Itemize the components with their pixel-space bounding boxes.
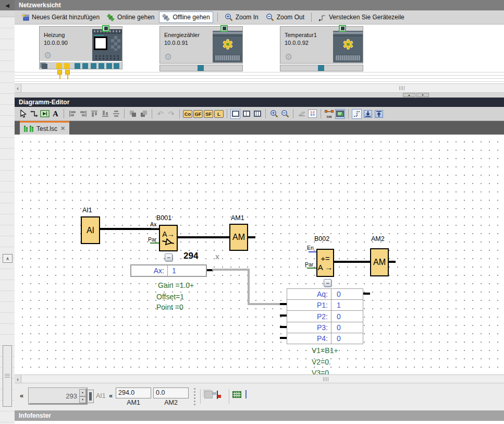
collapse-chevrons-icon[interactable]: « [109,392,113,399]
row-value[interactable]: 0 [331,311,363,321]
pane-splitter[interactable]: ▲ ▼ [15,93,504,98]
device-card-heizung[interactable]: Heizung 10.0.0.90 ⚙ [39,26,122,69]
page-up-icon[interactable] [374,109,384,119]
align-right-icon[interactable] [78,109,88,119]
zoom-in-icon[interactable] [269,109,279,119]
connection-slot[interactable] [106,63,112,69]
spin-up-button[interactable]: ▲ [79,389,86,396]
splitter-expand-up-button[interactable]: ▲ [403,93,415,97]
info-window-titlebar[interactable]: Infofenster [15,410,504,421]
wire-b001-am1[interactable] [178,236,229,238]
add-device-button[interactable]: Neues Gerät hinzufügen [19,11,102,23]
block-b001[interactable]: A→ [159,225,178,251]
text-tool-icon[interactable]: A [51,109,60,119]
diagram-canvas[interactable]: AI1 AI B001 Ax Par A→ AM1 AM − 294 x Ax:… [15,135,504,374]
special-functions-button[interactable]: SF [204,110,213,118]
block-ai1[interactable]: AI [81,216,100,244]
collapse-parameter-button[interactable]: − [165,253,173,261]
zoom-out-icon[interactable] [280,109,290,119]
splitter-expand-down-button[interactable]: ▼ [416,93,429,97]
settings-gear-icon[interactable]: ⚙ [164,53,172,62]
table-row[interactable]: P2: 0 [287,311,363,322]
connection-slot-used[interactable] [64,63,70,69]
row-value[interactable]: 0 [331,289,363,299]
parameter-value[interactable]: 1 [168,265,206,276]
page-down-icon[interactable] [363,109,373,119]
sidebar-scroll-up-button[interactable]: ∧ [3,254,13,263]
table-row[interactable]: P3: 0 [287,322,363,333]
connection-slot-used[interactable] [56,63,62,69]
go-offline-button[interactable]: Offline gehen [159,11,213,23]
connection-slot[interactable] [82,63,88,69]
renumber-blocks-icon[interactable]: 1:2 3:4 [308,109,317,119]
align-bottom-icon[interactable] [100,109,110,119]
hide-device-row-button[interactable]: Verstecken Sie Gerätezeile [316,11,407,23]
connector-tool-icon[interactable] [29,109,39,119]
row-value[interactable]: 0 [331,333,363,344]
split-two-windows-icon[interactable] [241,109,251,119]
connection-slot[interactable] [318,65,324,71]
align-left-icon[interactable] [67,109,77,119]
scrollbar-grip[interactable] [323,377,329,381]
probe-slider-icon[interactable] [87,390,94,403]
select-tool-icon[interactable] [18,109,28,119]
go-online-button[interactable]: Online gehen [104,11,157,23]
block-am1[interactable]: AM [229,224,248,251]
split-three-windows-icon[interactable] [252,109,262,119]
distribute-icon[interactable] [111,109,121,119]
collapse-chevrons-icon[interactable]: « [20,392,23,399]
stop-online-test-icon[interactable] [217,391,218,399]
zoom-in-button[interactable]: Zoom In [222,11,261,23]
settings-gear-icon[interactable]: ⚙ [44,51,52,60]
simulation-icon[interactable]: SIM [324,109,334,119]
basic-functions-button[interactable]: GF [193,110,203,118]
undo-icon[interactable]: ↶ [155,109,165,119]
group-icon[interactable] [128,109,138,119]
connection-slot[interactable] [91,63,96,69]
table-view-icon[interactable] [245,390,247,398]
connection-slot[interactable] [114,63,119,69]
scrollbar-grip[interactable] [399,86,405,90]
row-value[interactable]: 1 [331,300,363,310]
grid-view-icon[interactable] [232,391,241,398]
split-connection-tool-icon[interactable] [40,109,50,119]
device-card-temperatur1[interactable]: Temperatur1 10.0.0.92 ⚙ [280,26,363,64]
parameter-box-ax[interactable]: Ax: 1 [130,264,207,277]
scroll-left-button[interactable]: ‹ [15,84,21,92]
tab-close-icon[interactable]: ✕ [60,125,65,132]
spinner-value[interactable]: 293 [30,389,79,403]
table-row[interactable]: Aq: 0 [287,289,363,300]
table-row[interactable]: P1: 1 [287,300,363,311]
connection-slot[interactable] [75,63,80,69]
wire-b002-am2[interactable] [334,261,370,263]
device-card-energiezaehler[interactable]: Energiezähler 10.0.0.91 ⚙ [159,26,243,64]
redo-icon[interactable]: ↷ [166,109,176,119]
scroll-left-button[interactable]: ‹ [15,375,21,383]
parameter-table-b002[interactable]: Aq: 0 P1: 1 P2: 0 P3: 0 P4: 0 [287,288,363,344]
settings-gear-icon[interactable]: ⚙ [285,53,292,62]
online-test-icon[interactable] [335,109,345,119]
network-horizontal-scrollbar[interactable]: ‹ [15,83,504,93]
show-reference-lines-icon[interactable] [352,109,362,119]
labels-button[interactable]: L [214,110,224,118]
block-b002[interactable]: += A → [316,249,334,277]
drag-handle[interactable] [194,388,196,405]
zoom-out-button[interactable]: Zoom Out [263,11,307,23]
table-row[interactable]: P4: 0 [287,333,363,344]
tab-test-lsc[interactable]: Test.lsc ✕ [20,121,69,135]
sidebar-collapse-button[interactable]: ◀ [0,0,15,10]
canvas-horizontal-scrollbar[interactable]: ‹ [15,374,504,383]
block-number-spinner[interactable]: 293 ▲ ▼ [29,388,87,404]
ungroup-icon[interactable] [139,109,149,119]
single-window-icon[interactable] [230,109,240,119]
probe-value-box[interactable]: 294.0 [116,387,151,398]
connection-slot[interactable] [198,65,204,71]
eraser-icon[interactable] [297,109,306,119]
spin-down-button[interactable]: ▼ [79,396,86,404]
probe-close-icon[interactable]: x [215,252,219,261]
connection-slot[interactable] [99,63,104,69]
collapse-parameter-button[interactable]: − [324,279,331,287]
row-value[interactable]: 0 [331,322,363,333]
constants-button[interactable]: Co [183,110,192,118]
sidebar-scrollbar-thumb[interactable] [3,345,12,407]
